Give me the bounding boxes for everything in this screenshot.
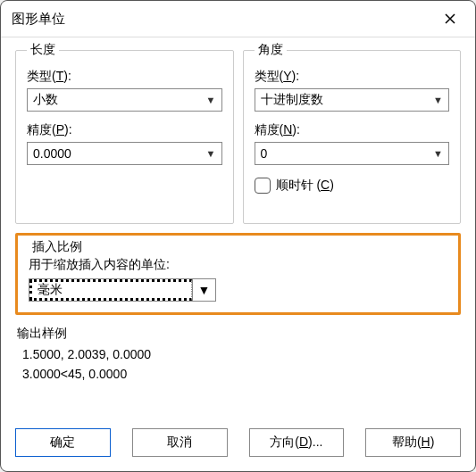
insert-units-value: 毫米 (38, 282, 63, 298)
length-group: 长度 类型(T): 小数 ▼ 精度(P): 0.0000 ▼ (15, 50, 234, 224)
angle-precision-label: 精度(N): (255, 122, 450, 138)
sample-group: 输出样例 1.5000, 2.0039, 0.0000 3.0000<45, 0… (15, 326, 461, 381)
clockwise-row: 顺时针 (C) (255, 178, 450, 194)
sample-line-1: 1.5000, 2.0039, 0.0000 (22, 347, 459, 361)
length-group-title: 长度 (27, 42, 59, 58)
length-type-select[interactable]: 小数 ▼ (27, 88, 222, 112)
angle-group-title: 角度 (255, 42, 287, 58)
clockwise-label: 顺时针 (C) (276, 178, 334, 194)
length-type-label: 类型(T): (27, 69, 222, 85)
length-type-value: 小数 (33, 92, 58, 108)
angle-precision-value: 0 (261, 146, 268, 161)
insert-units-select[interactable]: 毫米 ▼ (29, 278, 216, 302)
angle-type-select[interactable]: 十进制度数 ▼ (255, 88, 450, 112)
sample-group-title: 输出样例 (17, 326, 459, 342)
insert-scale-group: 插入比例 用于缩放插入内容的单位: 毫米 ▼ (15, 233, 461, 315)
chevron-down-icon: ▼ (433, 95, 443, 105)
dialog-window: 图形单位 长度 类型(T): 小数 ▼ 精度(P): 0.0 (0, 0, 476, 472)
window-title: 图形单位 (12, 11, 65, 28)
direction-button[interactable]: 方向(D)... (249, 428, 345, 457)
angle-group: 角度 类型(Y): 十进制度数 ▼ 精度(N): 0 ▼ (243, 50, 462, 224)
length-precision-select[interactable]: 0.0000 ▼ (27, 142, 222, 165)
angle-type-label: 类型(Y): (255, 69, 450, 85)
clockwise-checkbox[interactable] (255, 178, 271, 194)
close-button[interactable] (436, 8, 464, 29)
chevron-down-icon: ▼ (206, 148, 216, 159)
angle-precision-select[interactable]: 0 ▼ (255, 142, 450, 165)
help-button[interactable]: 帮助(H) (365, 428, 461, 457)
titlebar: 图形单位 (1, 1, 475, 37)
close-icon (445, 13, 455, 24)
length-precision-value: 0.0000 (33, 146, 71, 161)
ok-button[interactable]: 确定 (15, 428, 111, 457)
sample-line-2: 3.0000<45, 0.0000 (22, 367, 459, 381)
insert-group-title: 插入比例 (29, 239, 86, 255)
angle-type-value: 十进制度数 (261, 92, 323, 108)
length-precision-label: 精度(P): (27, 122, 222, 138)
insert-desc: 用于缩放插入内容的单位: (29, 257, 447, 273)
chevron-down-icon: ▼ (433, 148, 443, 159)
cancel-button[interactable]: 取消 (132, 428, 228, 457)
chevron-down-icon: ▼ (206, 95, 216, 105)
button-row: 确定 取消 方向(D)... 帮助(H) (1, 423, 475, 471)
dialog-content: 长度 类型(T): 小数 ▼ 精度(P): 0.0000 ▼ 角度 (1, 37, 475, 423)
top-row: 长度 类型(T): 小数 ▼ 精度(P): 0.0000 ▼ 角度 (15, 50, 461, 224)
chevron-down-icon: ▼ (198, 283, 211, 297)
